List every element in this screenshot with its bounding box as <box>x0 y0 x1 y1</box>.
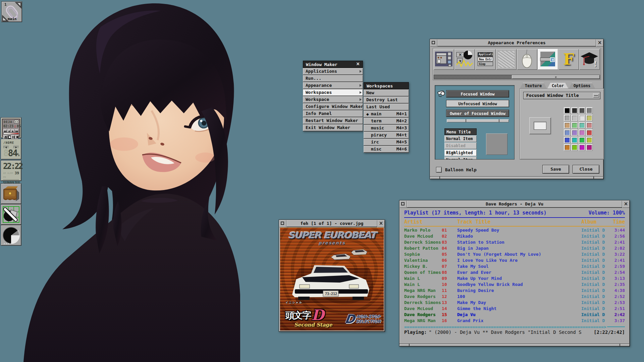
menu-item-workspace-misc[interactable]: miscM4+6 <box>364 146 409 153</box>
menu-item-workspace-piracy[interactable]: piracyM4+t <box>364 132 409 138</box>
prev-track-button[interactable] <box>3 129 7 132</box>
playlist-row[interactable]: Valentina06I Love You Like You AreInitia… <box>404 257 625 263</box>
playlist-row[interactable]: Sophie05Don't You (Forget About My Love)… <box>404 251 625 257</box>
menu-item-workspace-main[interactable]: ◆mainM4+1 <box>364 111 409 117</box>
palette-color[interactable] <box>579 129 585 136</box>
palette-color[interactable] <box>564 122 571 129</box>
preview-owner-window-button[interactable]: Owner of Focused Window <box>446 110 509 117</box>
palette-color[interactable] <box>579 107 585 114</box>
preview-menu-normal-item-2[interactable]: Normal Item <box>444 157 477 160</box>
close-window-button[interactable]: Close <box>573 165 599 174</box>
menu-item-workspace-irc[interactable]: ircM4+5 <box>364 139 409 145</box>
menu-item-info-panel[interactable]: Info Panel <box>303 110 363 117</box>
palette-color[interactable] <box>586 107 593 114</box>
dockapp-drawer[interactable] <box>1 183 21 204</box>
expert-prefs-icon[interactable]: ! <box>579 49 600 70</box>
palette-color[interactable] <box>579 144 585 151</box>
palette-color[interactable] <box>586 129 593 136</box>
palette-color[interactable] <box>586 137 593 143</box>
palette-color[interactable] <box>564 129 571 136</box>
palette-color[interactable] <box>571 144 578 151</box>
toolbar-scrollbar[interactable] <box>434 75 600 79</box>
palette-color[interactable] <box>571 122 578 129</box>
miniaturize-button[interactable] <box>430 39 437 47</box>
tab-color[interactable]: Color <box>547 83 568 88</box>
disk-next-button[interactable] <box>13 146 19 148</box>
playlist-row[interactable]: Queen of Times08Ever and EverInitial D2:… <box>404 269 625 276</box>
palette-color[interactable] <box>571 107 578 114</box>
tab-texture[interactable]: Texture <box>520 83 547 88</box>
dockapp-clock[interactable]: 22:22 AM ALRM 39 PM SUN09JUL <box>1 160 21 181</box>
menu-item-exit-window-maker[interactable]: Exit Window Maker <box>303 124 363 131</box>
menu-item-restart-window-maker[interactable]: Restart Window Maker <box>303 117 363 124</box>
palette-color[interactable] <box>564 144 571 151</box>
preview-focused-window-button[interactable]: Focused Window <box>446 90 509 98</box>
palette-color[interactable] <box>571 129 578 136</box>
balloon-help-checkbox[interactable] <box>436 167 442 173</box>
menu-item-workspace[interactable]: Workspace <box>303 96 363 103</box>
menu-item-configure-window-maker[interactable]: Configure Window Maker <box>303 103 363 110</box>
palette-color[interactable] <box>579 137 585 143</box>
player-titlebar[interactable]: Dave Rodgers - Deja Vu × <box>399 200 630 208</box>
playlist-row[interactable]: Mega NRG Man11Burning DesireInitial D4:3… <box>404 288 625 294</box>
menu-item-workspace-music[interactable]: musicM4+3 <box>364 125 409 131</box>
playlist-row[interactable]: Mickey B.07Take My SoulInitial D2:59 <box>404 263 625 269</box>
palette-color[interactable] <box>571 137 578 143</box>
player-progress-bar[interactable] <box>3 133 19 134</box>
font-prefs-icon[interactable]: F <box>558 49 579 70</box>
palette-color[interactable] <box>564 137 571 143</box>
palette-color[interactable] <box>586 122 593 129</box>
current-color-well[interactable] <box>529 117 551 134</box>
mouse-prefs-icon[interactable] <box>517 49 537 70</box>
palette-color[interactable] <box>586 115 593 121</box>
close-button[interactable]: × <box>596 39 603 47</box>
playlist-row[interactable]: Wain L10Goodbye Yellow Brick RoadInitial… <box>404 282 625 288</box>
miniaturize-button[interactable] <box>279 220 286 227</box>
toolbar-scrollbar-thumb[interactable] <box>512 75 600 79</box>
menu-item-applications[interactable]: Applications <box>303 68 363 75</box>
workspaces-submenu-titlebar[interactable]: Workspaces <box>364 82 409 89</box>
playlist-row[interactable]: Dave McLoud02MikadoInitial D2:56 <box>404 233 625 239</box>
menu-item-new[interactable]: New <box>364 89 409 96</box>
root-menu-titlebar[interactable]: Window Maker × <box>303 61 363 68</box>
next-track-button[interactable] <box>15 129 19 132</box>
palette-color[interactable] <box>571 115 578 121</box>
appearance-titlebar[interactable]: Appearance Preferences × <box>430 39 603 47</box>
playlist-row[interactable]: Wain L09Make Up Your MindInitial D3:13 <box>404 276 625 282</box>
dockapp-music-player[interactable]: DEJA VU 02:23 ∴ 85 <box>1 117 21 138</box>
miniaturize-button[interactable] <box>399 200 407 208</box>
preview-menu-title[interactable]: Menu Title <box>444 128 477 135</box>
events-sounds-prefs-icon[interactable]: × × <box>454 49 475 70</box>
appearance-prefs-icon[interactable]: × <box>538 49 558 70</box>
menu-item-last-used[interactable]: Last Used <box>364 104 409 110</box>
resizebar[interactable] <box>430 176 603 179</box>
palette-color[interactable] <box>564 107 571 114</box>
save-button[interactable]: Save <box>542 165 569 174</box>
close-button[interactable]: × <box>622 200 630 208</box>
playlist-row[interactable]: Derreck Simons03Station to StationInitia… <box>404 239 625 245</box>
keyboard-prefs-icon[interactable] <box>496 49 517 70</box>
palette-color[interactable] <box>579 115 585 121</box>
preview-unfocused-window-button[interactable]: Unfocused Window <box>446 100 509 107</box>
menu-item-run[interactable]: Run... <box>303 75 363 82</box>
preview-icon-tile[interactable] <box>486 133 507 155</box>
tab-options[interactable]: Options <box>569 83 595 88</box>
menu-item-workspaces[interactable]: Workspaces <box>303 89 363 96</box>
dockapp-config-tool[interactable] <box>1 204 21 225</box>
palette-color[interactable] <box>586 144 593 151</box>
preview-menu-normal-item[interactable]: Normal Item <box>444 135 477 142</box>
track-progress-indicator[interactable]: ========================================… <box>404 324 625 329</box>
palette-color[interactable] <box>564 115 571 121</box>
playlist-row[interactable]: Mega NRG Man16Grand PrixInitial D3:37 <box>404 318 625 324</box>
palette-color[interactable] <box>579 122 585 129</box>
playlist-row-current[interactable]: Dave Rodgers15Deja VuInitial D2:42 <box>404 312 625 318</box>
workspace-clip[interactable]: 1 main <box>1 1 22 22</box>
color-target-dropdown[interactable]: Focused Window Title <box>523 92 600 99</box>
playlist-row[interactable]: Dave McLoud14Gimme the NightInitial D2:5… <box>404 306 625 312</box>
menu-item-destroy-last[interactable]: Destroy Last <box>364 97 409 103</box>
feh-titlebar[interactable]: feh [1 of 1] - cover.jpg × <box>279 220 385 227</box>
preview-resizebar[interactable] <box>447 119 509 122</box>
rewind-button[interactable] <box>7 129 11 132</box>
playlist-row[interactable]: Marko Polo01Speedy Speed BoyInitial D3:4… <box>404 227 625 233</box>
playlist-row[interactable]: Dave Rodgers12100Initial D2:52 <box>404 294 625 300</box>
